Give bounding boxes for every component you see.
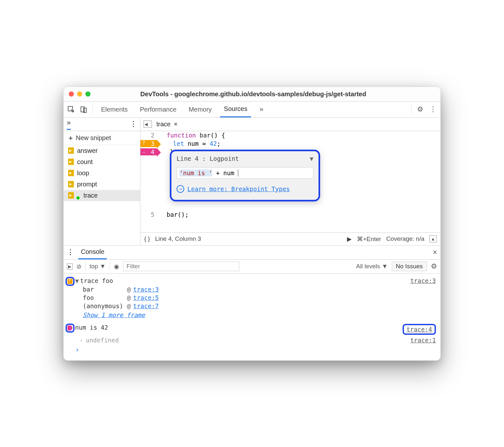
- tab-sources[interactable]: Sources: [220, 102, 251, 117]
- toggle-details-icon[interactable]: ▲: [429, 235, 437, 242]
- console-return-row: ‹ undefined trace:1: [64, 336, 440, 345]
- issues-button[interactable]: No Issues: [392, 262, 427, 271]
- window-title: DevTools - googlechrome.github.io/devtoo…: [91, 90, 416, 98]
- console-menu-icon[interactable]: [67, 248, 74, 256]
- stack-link[interactable]: trace:5: [133, 294, 159, 301]
- sidebar-menu-icon[interactable]: [130, 120, 137, 128]
- snippet-item-answer[interactable]: answer: [64, 145, 140, 156]
- console-output: ▼ trace foo trace:3 bar@trace:3 foo@trac…: [64, 274, 440, 360]
- line-number[interactable]: 5: [140, 211, 157, 218]
- inspect-element-icon[interactable]: [67, 105, 75, 114]
- new-snippet-button[interactable]: New snippet: [64, 131, 140, 145]
- log-message: num is 42: [75, 324, 108, 331]
- minimize-window-button[interactable]: [77, 91, 82, 97]
- show-more-frames-link[interactable]: Show 1 more frame: [64, 311, 440, 318]
- main-toolbar: Elements Performance Memory Sources: [64, 102, 440, 118]
- file-tab-trace[interactable]: trace ×: [156, 121, 177, 128]
- console-panel: Console × top ▼ All levels ▼ No Issues ▼…: [64, 246, 440, 360]
- log-levels-dropdown[interactable]: All levels ▼: [356, 263, 388, 270]
- snippet-file-icon: [68, 159, 74, 165]
- stack-trace: bar@trace:3 foo@trace:5 (anonymous)@trac…: [64, 285, 440, 310]
- tab-performance[interactable]: Performance: [136, 102, 180, 117]
- snippet-label: prompt: [77, 181, 97, 188]
- separator: [110, 262, 110, 271]
- snippet-item-trace[interactable]: trace: [64, 190, 140, 201]
- sidebar-overflow-icon[interactable]: [67, 119, 71, 130]
- return-value: undefined: [86, 337, 119, 344]
- live-expression-icon[interactable]: [67, 263, 73, 270]
- logpoint-badge-icon: [66, 324, 75, 333]
- context-selector[interactable]: top ▼: [90, 263, 106, 270]
- cursor-position: Line 4, Column 3: [155, 235, 201, 242]
- learn-more-link[interactable]: Learn more: Breakpoint Types: [187, 185, 290, 192]
- snippet-item-prompt[interactable]: prompt: [64, 179, 140, 190]
- close-tab-icon[interactable]: ×: [174, 121, 177, 128]
- code-line: function bar() {: [157, 132, 225, 139]
- code-area[interactable]: 2 function bar() { ?3 let num = 42; ‥4 }…: [140, 131, 440, 232]
- close-console-icon[interactable]: ×: [433, 248, 437, 257]
- stack-link[interactable]: trace:7: [133, 302, 159, 310]
- separator: [85, 262, 86, 271]
- close-window-button[interactable]: [69, 91, 74, 97]
- expand-arrow-icon[interactable]: ▼: [75, 277, 79, 284]
- code-line: let num = 42;: [157, 140, 221, 147]
- conditional-breakpoint-marker[interactable]: ?3: [140, 140, 157, 147]
- separator: [92, 105, 93, 114]
- console-trace-row: ▼ trace foo trace:3: [64, 276, 440, 285]
- snippet-label: count: [77, 158, 93, 166]
- popup-line-label: Line 4 :: [177, 155, 206, 162]
- more-menu-icon[interactable]: [429, 105, 437, 114]
- console-logpoint-row: num is 42 trace:4: [64, 323, 440, 336]
- settings-icon[interactable]: [416, 105, 424, 114]
- breakpoint-editor-popup: Line 4 : Logpoint ▼ 'num is ' + num → Le…: [170, 150, 320, 201]
- editor-statusbar: { } Line 4, Column 3 ⌘+Enter Coverage: n…: [140, 232, 440, 245]
- snippet-item-loop[interactable]: loop: [64, 168, 140, 179]
- logpoint-expression-input[interactable]: 'num is ' + num: [177, 167, 313, 179]
- device-toolbar-icon[interactable]: [80, 105, 88, 114]
- pretty-print-icon[interactable]: { }: [144, 235, 150, 242]
- stack-link[interactable]: trace:3: [133, 286, 159, 293]
- console-tab[interactable]: Console: [78, 246, 107, 259]
- code-line: bar();: [157, 211, 189, 218]
- more-tabs-icon[interactable]: [256, 102, 267, 117]
- live-expression-eye-icon[interactable]: [114, 263, 119, 270]
- snippet-file-icon: [68, 192, 74, 199]
- clear-console-icon[interactable]: [76, 263, 82, 270]
- sidebar-header: [64, 118, 140, 131]
- tab-elements[interactable]: Elements: [97, 102, 131, 117]
- devtools-window: DevTools - googlechrome.github.io/devtoo…: [63, 87, 441, 361]
- titlebar: DevTools - googlechrome.github.io/devtoo…: [64, 87, 440, 102]
- coverage-label: Coverage: n/a: [386, 235, 424, 242]
- breakpoint-type-dropdown[interactable]: ▼: [310, 155, 313, 162]
- popup-type-label: Logpoint: [210, 155, 239, 162]
- run-hint: ⌘+Enter: [357, 235, 381, 243]
- snippets-sidebar: New snippet answer count loop prompt: [64, 118, 140, 245]
- source-link[interactable]: trace:1: [410, 337, 436, 344]
- arrow-right-circle-icon: →: [177, 185, 184, 193]
- snippet-label: loop: [77, 169, 89, 177]
- window-controls: [69, 91, 91, 97]
- console-toolbar: top ▼ All levels ▼ No Issues: [64, 260, 440, 274]
- console-settings-icon[interactable]: [431, 262, 437, 271]
- logpoint-marker[interactable]: ‥4: [140, 148, 157, 155]
- line-number[interactable]: 2: [140, 132, 157, 139]
- source-link[interactable]: trace:4: [403, 324, 436, 335]
- console-prompt[interactable]: ›: [64, 345, 440, 355]
- toggle-navigator-icon[interactable]: ◀: [144, 121, 152, 128]
- code-editor: ◀ trace × 2 function bar() { ?3 let num …: [140, 118, 440, 245]
- plus-icon: [67, 134, 74, 142]
- console-filter-input[interactable]: [123, 262, 239, 271]
- modified-dot-icon: [76, 196, 80, 200]
- file-tab-label: trace: [156, 121, 170, 128]
- sources-panel: New snippet answer count loop prompt: [64, 118, 440, 246]
- separator: [411, 105, 412, 114]
- maximize-window-button[interactable]: [85, 91, 91, 97]
- snippet-file-icon: [68, 181, 74, 187]
- log-message: trace foo: [80, 277, 113, 284]
- source-link[interactable]: trace:3: [410, 277, 436, 284]
- trace-badge-icon: [66, 277, 75, 286]
- snippet-item-count[interactable]: count: [64, 156, 140, 168]
- editor-tabbar: ◀ trace ×: [140, 118, 440, 131]
- run-snippet-icon[interactable]: [347, 235, 352, 243]
- tab-memory[interactable]: Memory: [185, 102, 216, 117]
